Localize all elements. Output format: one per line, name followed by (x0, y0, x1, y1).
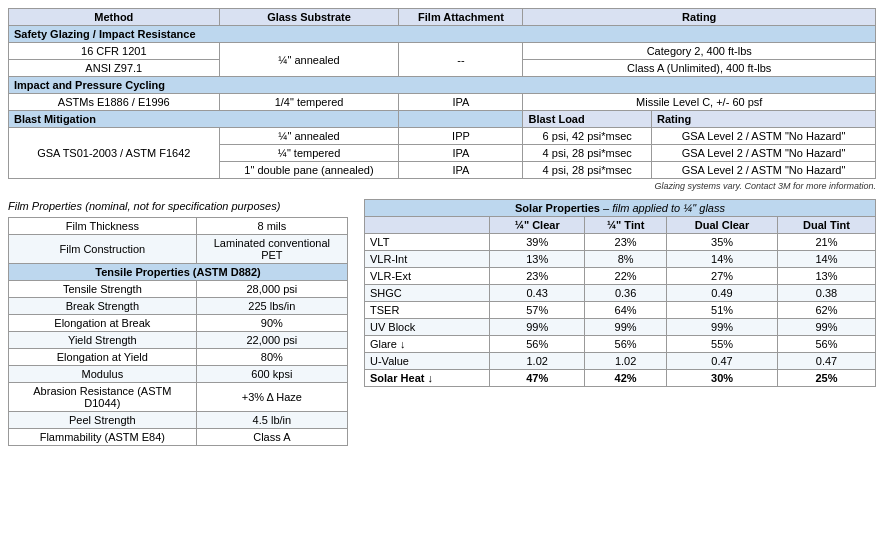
solar-value-cell: 0.47 (667, 353, 778, 370)
blast-section: Blast Mitigation Blast Load Rating (9, 111, 876, 128)
solar-value-cell: 42% (585, 370, 667, 387)
rating-header: Rating (523, 9, 876, 26)
solar-value-cell: 57% (490, 302, 585, 319)
solar-title: Solar Properties (515, 202, 600, 214)
glass-cell: ¼" tempered (219, 145, 399, 162)
method-header: Method (9, 9, 220, 26)
solar-value-cell: 22% (585, 268, 667, 285)
footnote: Glazing systems vary. Contact 3M for mor… (8, 181, 876, 191)
solar-value-cell: 99% (667, 319, 778, 336)
solar-row-label: VLT (365, 234, 490, 251)
solar-value-cell: 56% (777, 336, 875, 353)
film-value: +3% Δ Haze (196, 383, 347, 412)
solar-value-cell: 99% (585, 319, 667, 336)
film-value: Class A (196, 429, 347, 446)
blast-load-header: Blast Load (523, 111, 652, 128)
solar-value-cell: 23% (490, 268, 585, 285)
glass-cell: 1" double pane (annealed) (219, 162, 399, 179)
film-label: Elongation at Break (9, 315, 197, 332)
solar-value-cell: 14% (777, 251, 875, 268)
solar-value-cell: 55% (667, 336, 778, 353)
table-row: Glare ↓56%56%55%56% (365, 336, 876, 353)
table-row: Film Construction Laminated conventional… (9, 235, 348, 264)
solar-value-cell: 0.36 (585, 285, 667, 302)
film-properties-title: Film Properties (nominal, not for specif… (8, 199, 348, 213)
safety-glazing-section: Safety Glazing / Impact Resistance (9, 26, 876, 43)
solar-value-cell: 56% (490, 336, 585, 353)
solar-value-cell: 30% (667, 370, 778, 387)
table-row: Elongation at Break 90% (9, 315, 348, 332)
safety-glazing-label: Safety Glazing / Impact Resistance (9, 26, 876, 43)
impact-section: Impact and Pressure Cycling (9, 77, 876, 94)
solar-value-cell: 39% (490, 234, 585, 251)
solar-value-cell: 64% (585, 302, 667, 319)
solar-value-cell: 0.43 (490, 285, 585, 302)
film-label: Yield Strength (9, 332, 197, 349)
solar-col-dual-tint: Dual Tint (777, 217, 875, 234)
solar-row-label: Solar Heat ↓ (365, 370, 490, 387)
blast-label: Blast Mitigation (9, 111, 399, 128)
solar-value-cell: 47% (490, 370, 585, 387)
method-cell: 16 CFR 1201 (9, 43, 220, 60)
solar-properties-section: Solar Properties – film applied to ¼" gl… (364, 199, 876, 446)
rating-cell: GSA Level 2 / ASTM "No Hazard" (652, 145, 876, 162)
solar-value-cell: 1.02 (585, 353, 667, 370)
solar-value-cell: 27% (667, 268, 778, 285)
table-row: VLT39%23%35%21% (365, 234, 876, 251)
film-value: 28,000 psi (196, 281, 347, 298)
film-label: Elongation at Yield (9, 349, 197, 366)
blast-load-cell: 4 psi, 28 psi*msec (523, 145, 652, 162)
tensile-label: Tensile Properties (ASTM D882) (9, 264, 348, 281)
table-row: ASTMs E1886 / E1996 1/4" tempered IPA Mi… (9, 94, 876, 111)
impact-label: Impact and Pressure Cycling (9, 77, 876, 94)
table-row: TSER57%64%51%62% (365, 302, 876, 319)
table-row: 16 CFR 1201 ¼" annealed -- Category 2, 4… (9, 43, 876, 60)
method-cell: GSA TS01-2003 / ASTM F1642 (9, 128, 220, 179)
solar-row-label: Glare ↓ (365, 336, 490, 353)
solar-col-quarter-tint: ¼" Tint (585, 217, 667, 234)
table-row: U-Value1.021.020.470.47 (365, 353, 876, 370)
solar-value-cell: 0.49 (667, 285, 778, 302)
solar-value-cell: 13% (777, 268, 875, 285)
solar-value-cell: 0.47 (777, 353, 875, 370)
table-row: Elongation at Yield 80% (9, 349, 348, 366)
main-performance-table: Method Glass Substrate Film Attachment R… (8, 8, 876, 179)
solar-value-cell: 99% (777, 319, 875, 336)
film-cell: IPP (399, 128, 523, 145)
solar-value-cell: 51% (667, 302, 778, 319)
solar-col-quarter-clear: ¼" Clear (490, 217, 585, 234)
solar-row-label: U-Value (365, 353, 490, 370)
rating-cell: Missile Level C, +/- 60 psf (523, 94, 876, 111)
table-row: Solar Heat ↓47%42%30%25% (365, 370, 876, 387)
film-label: Flammability (ASTM E84) (9, 429, 197, 446)
rating-cell: Class A (Unlimited), 400 ft-lbs (523, 60, 876, 77)
solar-value-cell: 8% (585, 251, 667, 268)
table-row: Peel Strength 4.5 lb/in (9, 412, 348, 429)
film-value: 22,000 psi (196, 332, 347, 349)
method-cell: ANSI Z97.1 (9, 60, 220, 77)
solar-value-cell: 21% (777, 234, 875, 251)
solar-col-empty (365, 217, 490, 234)
solar-main-header: Solar Properties – film applied to ¼" gl… (365, 200, 876, 217)
film-label: Film Thickness (9, 218, 197, 235)
film-cell: IPA (399, 162, 523, 179)
table-row: VLR-Int13%8%14%14% (365, 251, 876, 268)
blast-rating-header: Rating (652, 111, 876, 128)
solar-row-label: VLR-Int (365, 251, 490, 268)
table-row: Film Thickness 8 mils (9, 218, 348, 235)
film-value: 600 kpsi (196, 366, 347, 383)
solar-col-dual-clear: Dual Clear (667, 217, 778, 234)
solar-value-cell: 13% (490, 251, 585, 268)
rating-cell: Category 2, 400 ft-lbs (523, 43, 876, 60)
film-cell: IPA (399, 145, 523, 162)
solar-value-cell: 99% (490, 319, 585, 336)
film-label: Abrasion Resistance (ASTM D1044) (9, 383, 197, 412)
solar-value-cell: 1.02 (490, 353, 585, 370)
film-label: Film Construction (9, 235, 197, 264)
film-cell: -- (399, 43, 523, 77)
solar-row-label: VLR-Ext (365, 268, 490, 285)
film-label: Break Strength (9, 298, 197, 315)
solar-value-cell: 56% (585, 336, 667, 353)
film-properties-table: Film Thickness 8 mils Film Construction … (8, 217, 348, 446)
solar-row-label: UV Block (365, 319, 490, 336)
